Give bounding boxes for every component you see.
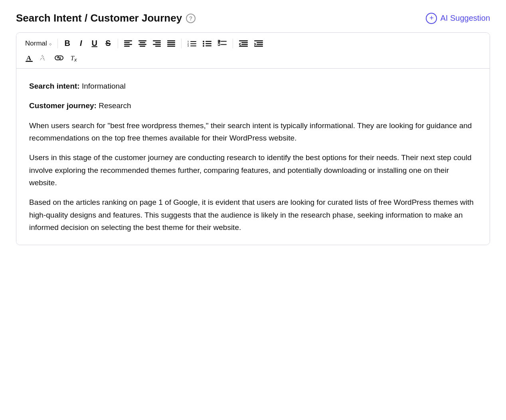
editor-content[interactable]: Search intent: Informational Customer jo…	[16, 69, 490, 245]
highlight-button[interactable]: A	[37, 52, 50, 63]
svg-rect-1	[124, 42, 130, 43]
customer-journey-value: Research	[97, 101, 131, 110]
help-icon[interactable]: ?	[186, 14, 196, 23]
svg-rect-12	[167, 40, 175, 42]
svg-point-23	[203, 43, 204, 44]
editor-container: Normal ⬦ B I U S	[16, 32, 490, 245]
clear-format-icon: T x	[70, 54, 79, 62]
svg-rect-5	[140, 42, 145, 43]
svg-rect-36	[239, 46, 248, 47]
paragraph-3: Based on the articles ranking on page 1 …	[29, 196, 477, 234]
svg-rect-14	[167, 44, 175, 45]
indent-icon	[254, 40, 263, 47]
ai-suggestion-button[interactable]: + AI Suggestion	[426, 13, 490, 24]
align-left-icon	[124, 40, 132, 47]
svg-rect-29	[218, 44, 220, 46]
svg-rect-32	[221, 44, 227, 45]
underline-button[interactable]: U	[89, 38, 100, 49]
svg-rect-19	[190, 41, 196, 42]
toolbar-divider-3	[181, 39, 182, 48]
svg-rect-27	[206, 45, 211, 46]
checklist-button[interactable]	[216, 39, 229, 48]
page-title: Search Intent / Customer Journey	[16, 12, 182, 24]
svg-rect-38	[257, 42, 263, 43]
style-selector-label: Normal	[25, 40, 47, 48]
search-intent-label: Search intent:	[29, 82, 80, 90]
svg-point-22	[203, 41, 204, 42]
svg-rect-39	[257, 44, 263, 45]
style-selector[interactable]: Normal ⬦	[24, 39, 53, 48]
unordered-list-icon	[203, 40, 211, 47]
toolbar: Normal ⬦ B I U S	[16, 33, 490, 69]
indent-button[interactable]	[252, 39, 265, 48]
toolbar-divider-2	[118, 39, 118, 48]
svg-rect-21	[190, 46, 196, 46]
svg-text:A: A	[40, 54, 45, 62]
ordered-list-icon: 1 2 3	[188, 40, 196, 47]
svg-rect-8	[153, 40, 161, 42]
strikethrough-button[interactable]: S	[103, 38, 114, 49]
italic-button[interactable]: I	[75, 38, 87, 49]
svg-rect-11	[155, 46, 161, 47]
svg-rect-15	[167, 46, 175, 47]
svg-rect-3	[124, 46, 130, 47]
toolbar-row-1: Normal ⬦ B I U S	[24, 38, 482, 49]
align-justify-icon	[167, 40, 175, 47]
bold-button[interactable]: B	[62, 38, 73, 49]
svg-rect-30	[218, 40, 220, 42]
link-button[interactable]	[52, 53, 66, 62]
svg-rect-10	[153, 44, 161, 45]
svg-rect-40	[254, 46, 263, 47]
outdent-button[interactable]	[237, 39, 250, 48]
align-left-button[interactable]	[122, 39, 134, 48]
ordered-list-button[interactable]: 1 2 3	[186, 39, 198, 48]
unordered-list-button[interactable]	[201, 39, 213, 48]
svg-rect-13	[167, 42, 175, 43]
align-right-icon	[153, 40, 161, 47]
svg-rect-7	[140, 46, 145, 47]
title-group: Search Intent / Customer Journey ?	[16, 12, 196, 24]
checklist-icon	[218, 40, 227, 47]
svg-rect-31	[221, 41, 227, 42]
text-color-button[interactable]: A	[24, 53, 35, 63]
paragraph-1: When users search for "best free wordpre…	[29, 119, 477, 145]
svg-rect-25	[206, 41, 211, 42]
align-right-button[interactable]	[151, 39, 163, 48]
chevron-down-icon: ⬦	[49, 40, 52, 47]
align-justify-button[interactable]	[165, 39, 177, 48]
svg-rect-0	[124, 40, 132, 42]
search-intent-line: Search intent: Informational	[29, 80, 477, 92]
link-icon	[54, 55, 64, 61]
outdent-icon	[239, 40, 248, 47]
svg-rect-26	[206, 43, 211, 44]
svg-rect-9	[155, 42, 161, 43]
toolbar-row-2: A A	[24, 52, 482, 63]
svg-rect-34	[241, 42, 248, 43]
svg-point-24	[203, 45, 204, 47]
clear-format-button[interactable]: T x	[68, 53, 81, 63]
svg-text:3: 3	[188, 45, 189, 47]
toolbar-divider-1	[57, 39, 58, 48]
svg-rect-37	[254, 40, 263, 42]
svg-rect-6	[138, 44, 146, 45]
highlight-icon: A	[39, 53, 48, 62]
svg-text:x: x	[74, 57, 77, 62]
toolbar-divider-4	[233, 39, 233, 48]
svg-rect-20	[190, 43, 196, 44]
align-center-icon	[138, 40, 146, 47]
svg-text:A: A	[26, 54, 32, 62]
customer-journey-line: Customer journey: Research	[29, 99, 477, 112]
page-header: Search Intent / Customer Journey ? + AI …	[16, 12, 490, 24]
align-center-button[interactable]	[136, 39, 148, 48]
svg-rect-33	[239, 40, 248, 42]
customer-journey-label: Customer journey:	[29, 101, 97, 110]
svg-rect-4	[138, 40, 146, 42]
text-color-icon: A	[26, 54, 33, 62]
paragraph-2: Users in this stage of the customer jour…	[29, 151, 477, 189]
svg-rect-2	[124, 44, 132, 45]
svg-rect-42	[26, 61, 33, 62]
ai-suggestion-label: AI Suggestion	[440, 14, 490, 23]
search-intent-value: Informational	[80, 82, 126, 90]
svg-rect-35	[241, 44, 248, 45]
ai-suggestion-plus-icon: +	[426, 13, 437, 24]
